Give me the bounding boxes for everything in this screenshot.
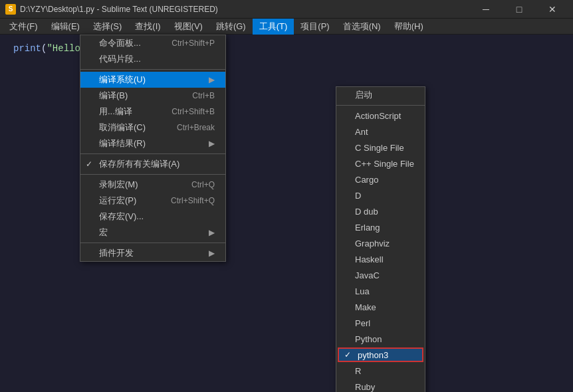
record-macro-shortcut: Ctrl+Q	[178, 180, 215, 189]
bs-python3[interactable]: ✓ python3	[338, 347, 423, 362]
snippets-label: 代码片段...	[99, 53, 141, 65]
tools-record-macro[interactable]: 录制宏(M) Ctrl+Q	[80, 177, 225, 193]
code-function: print	[13, 43, 41, 54]
tools-plugin-dev[interactable]: 插件开发 ▶	[80, 245, 225, 261]
bs-cpp-single-label: C++ Single File	[355, 159, 414, 169]
bs-actionscript[interactable]: ActionScript	[336, 108, 425, 124]
bs-sep1	[336, 105, 425, 106]
bs-graphviz[interactable]: Graphviz	[336, 235, 425, 251]
sep4	[80, 243, 225, 243]
title-bar-left: S D:\YZY\Desktop\1.py - Sublime Text (UN…	[5, 4, 218, 15]
bs-ruby-label: Ruby	[355, 382, 375, 392]
tools-run-macro[interactable]: 运行宏(P) Ctrl+Shift+Q	[80, 193, 225, 209]
bs-cargo[interactable]: Cargo	[336, 171, 425, 187]
bs-javac-label: JavaC	[355, 270, 380, 280]
build-system-arrow: ▶	[209, 75, 215, 84]
run-macro-shortcut: Ctrl+Shift+Q	[158, 196, 215, 205]
menu-project[interactable]: 项目(P)	[294, 19, 336, 35]
tools-macros[interactable]: 宏 ▶	[80, 225, 225, 241]
command-palette-shortcut: Ctrl+Shift+P	[158, 39, 215, 48]
bs-d-dub-label: D dub	[355, 207, 378, 217]
tools-build-with[interactable]: 用...编译 Ctrl+Shift+B	[80, 104, 225, 120]
bs-haskell-label: Haskell	[355, 254, 384, 264]
bs-make-label: Make	[355, 302, 376, 312]
bs-auto[interactable]: 启动	[336, 87, 425, 103]
build-system-label: 编译系统(U)	[99, 74, 146, 86]
bs-ruby[interactable]: Ruby	[336, 379, 425, 392]
bs-lua-label: Lua	[355, 286, 370, 296]
run-macro-label: 运行宏(P)	[99, 195, 136, 207]
bs-make[interactable]: Make	[336, 299, 425, 315]
command-palette-label: 命令面板...	[99, 37, 141, 49]
app-icon: S	[5, 4, 16, 15]
bs-lua[interactable]: Lua	[336, 283, 425, 299]
maximize-button[interactable]: □	[504, 0, 534, 19]
tools-build-system[interactable]: 编译系统(U) ▶	[80, 72, 225, 88]
tools-cancel-build[interactable]: 取消编译(C) Ctrl+Break	[80, 120, 225, 136]
menu-tools[interactable]: 工具(T)	[253, 19, 294, 35]
menu-help[interactable]: 帮助(H)	[388, 19, 430, 35]
plugin-dev-label: 插件开发	[99, 247, 134, 259]
bs-python3-wrapper: ✓ python3	[336, 347, 425, 363]
bs-auto-label: 启动	[355, 89, 372, 101]
tools-save-all-build[interactable]: 保存所有有关编译(A)	[80, 156, 225, 172]
bs-haskell[interactable]: Haskell	[336, 251, 425, 267]
bs-r-label: R	[355, 366, 361, 376]
tools-build[interactable]: 编译(B) Ctrl+B	[80, 88, 225, 104]
macros-arrow: ▶	[209, 228, 215, 237]
plugin-dev-arrow: ▶	[209, 248, 215, 258]
sep2	[80, 153, 225, 154]
build-with-label: 用...编译	[99, 106, 132, 118]
menu-select[interactable]: 选择(S)	[86, 19, 128, 35]
tools-command-palette[interactable]: 命令面板... Ctrl+Shift+P	[80, 35, 225, 51]
bs-perl[interactable]: Perl	[336, 315, 425, 331]
bs-actionscript-label: ActionScript	[355, 111, 401, 121]
menu-file[interactable]: 文件(F)	[3, 19, 45, 35]
bs-c-single-label: C Single File	[355, 143, 404, 153]
bs-python[interactable]: Python	[336, 331, 425, 347]
window-controls: ─ □ ✕	[471, 0, 568, 19]
bs-c-single[interactable]: C Single File	[336, 140, 425, 155]
bs-cargo-label: Cargo	[355, 175, 378, 185]
macros-label: 宏	[99, 227, 108, 239]
bs-d[interactable]: D	[336, 187, 425, 203]
cancel-build-shortcut: Ctrl+Break	[164, 123, 215, 132]
build-shortcut: Ctrl+B	[179, 91, 215, 100]
build-with-shortcut: Ctrl+Shift+B	[158, 107, 215, 116]
menu-goto[interactable]: 跳转(G)	[209, 19, 253, 35]
build-results-arrow: ▶	[209, 139, 215, 148]
cancel-build-label: 取消编译(C)	[99, 122, 146, 134]
minimize-button[interactable]: ─	[471, 0, 501, 19]
menu-find[interactable]: 查找(I)	[128, 19, 167, 35]
bs-python3-label: python3	[358, 350, 388, 360]
menu-view[interactable]: 视图(V)	[168, 19, 209, 35]
record-macro-label: 录制宏(M)	[99, 179, 138, 191]
bs-erlang-label: Erlang	[355, 223, 380, 233]
tools-dropdown: 命令面板... Ctrl+Shift+P 代码片段... 编译系统(U) ▶ 编…	[80, 35, 226, 262]
menu-edit[interactable]: 编辑(E)	[45, 19, 86, 35]
sep3	[80, 174, 225, 175]
bs-python-label: Python	[355, 334, 382, 344]
menu-bar: 文件(F) 编辑(E) 选择(S) 查找(I) 视图(V) 跳转(G) 工具(T…	[0, 19, 573, 35]
tools-build-results[interactable]: 编译结果(R) ▶	[80, 136, 225, 151]
sep1	[80, 69, 225, 70]
bs-javac[interactable]: JavaC	[336, 267, 425, 283]
bs-ant[interactable]: Ant	[336, 124, 425, 140]
tools-snippets[interactable]: 代码片段...	[80, 51, 225, 67]
window-title: D:\YZY\Desktop\1.py - Sublime Text (UNRE…	[20, 5, 218, 14]
menu-preferences[interactable]: 首选项(N)	[336, 19, 388, 35]
close-button[interactable]: ✕	[537, 0, 568, 19]
bs-perl-label: Perl	[355, 318, 370, 328]
bs-erlang[interactable]: Erlang	[336, 219, 425, 235]
title-bar: S D:\YZY\Desktop\1.py - Sublime Text (UN…	[0, 0, 573, 19]
build-systems-submenu: 启动 ActionScript Ant C Single File C++ Si…	[336, 86, 425, 392]
bs-ant-label: Ant	[355, 127, 368, 137]
tools-save-macro[interactable]: 保存宏(V)...	[80, 209, 225, 225]
bs-cpp-single[interactable]: C++ Single File	[336, 155, 425, 171]
save-all-build-label: 保存所有有关编译(A)	[99, 158, 179, 170]
bs-d-dub[interactable]: D dub	[336, 203, 425, 219]
build-results-label: 编译结果(R)	[99, 138, 146, 149]
bs-r[interactable]: R	[336, 363, 425, 379]
bs-graphviz-label: Graphviz	[355, 239, 390, 248]
save-macro-label: 保存宏(V)...	[99, 211, 144, 223]
